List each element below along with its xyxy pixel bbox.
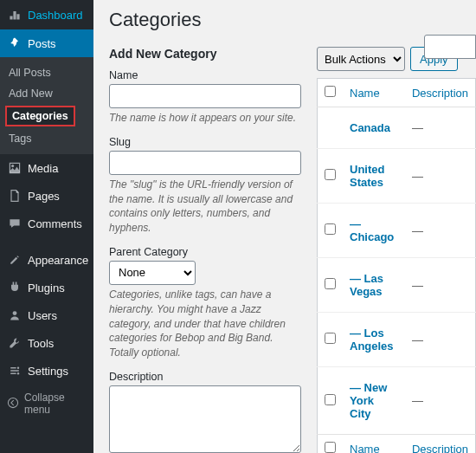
svg-point-3 [17, 372, 19, 374]
table-row: — Los Angeles— [318, 313, 476, 367]
nav-label: Plugins [28, 282, 65, 294]
name-input[interactable] [109, 84, 301, 108]
col-name-footer[interactable]: Name [343, 435, 405, 454]
media-icon [7, 160, 23, 176]
parent-select[interactable]: None [109, 261, 196, 285]
add-category-form: Add New Category Name The name is how it… [109, 47, 301, 453]
categories-table: Name Description Canada—United States—— … [317, 78, 476, 453]
nav-posts[interactable]: Posts [0, 29, 93, 57]
table-row: — Las Vegas— [318, 258, 476, 313]
parent-label: Parent Category [109, 246, 301, 258]
bulk-actions-select-top[interactable]: Bulk Actions [317, 47, 405, 71]
category-description: — [405, 149, 476, 204]
tools-icon [7, 335, 23, 351]
col-desc-footer[interactable]: Description [405, 435, 476, 454]
sub-categories[interactable]: Categories [5, 106, 75, 126]
category-description: — [405, 258, 476, 313]
pages-icon [7, 188, 23, 204]
row-checkbox[interactable] [325, 169, 336, 180]
settings-icon [7, 363, 23, 379]
table-row: — New York City— [318, 367, 476, 435]
nav-dashboard[interactable]: Dashboard [0, 0, 93, 29]
posts-submenu: All Posts Add New Categories Tags [0, 57, 93, 154]
admin-sidebar: Dashboard Posts All Posts Add New Catego… [0, 0, 93, 453]
select-all-top[interactable] [325, 86, 336, 97]
parent-help: Categories, unlike tags, can have a hier… [109, 288, 301, 360]
svg-point-1 [13, 311, 17, 315]
nav-label: Users [28, 309, 57, 322]
dashboard-icon [7, 7, 23, 23]
nav-label: Settings [28, 365, 68, 378]
plugins-icon [7, 280, 23, 295]
nav-label: Media [28, 162, 58, 175]
nav-media[interactable]: Media [0, 154, 93, 182]
category-link[interactable]: United States [350, 163, 384, 189]
users-icon [7, 307, 23, 323]
row-checkbox[interactable] [325, 333, 336, 344]
slug-help: The "slug" is the URL-friendly version o… [109, 178, 301, 236]
row-checkbox[interactable] [325, 278, 336, 289]
nav-comments[interactable]: Comments [0, 210, 93, 237]
search-input[interactable] [424, 35, 476, 59]
category-description: — [405, 107, 476, 149]
search-wrap [424, 35, 476, 59]
name-label: Name [109, 69, 301, 81]
collapse-icon [7, 397, 19, 411]
description-textarea[interactable] [109, 385, 301, 453]
main-content: Categories Add New Category Name The nam… [93, 0, 476, 453]
nav-label: Posts [28, 37, 56, 50]
form-heading: Add New Category [109, 47, 301, 61]
nav-label: Tools [28, 337, 54, 350]
nav-label: Dashboard [28, 9, 83, 22]
sub-tags[interactable]: Tags [0, 128, 93, 149]
category-description: — [405, 204, 476, 258]
svg-point-0 [11, 165, 14, 167]
category-link[interactable]: — Los Angeles [350, 327, 394, 353]
comments-icon [7, 216, 23, 231]
collapse-label: Collapse menu [24, 392, 87, 416]
slug-input[interactable] [109, 151, 301, 175]
table-row: Canada— [318, 107, 476, 149]
nav-label: Pages [28, 190, 60, 203]
col-desc-header[interactable]: Description [405, 79, 476, 107]
slug-label: Slug [109, 136, 301, 148]
svg-point-4 [8, 398, 17, 407]
nav-plugins[interactable]: Plugins [0, 274, 93, 301]
table-row: — Chicago— [318, 204, 476, 258]
description-label: Description [109, 371, 301, 383]
col-name-header[interactable]: Name [343, 79, 405, 107]
nav-appearance[interactable]: Appearance [0, 246, 93, 274]
nav-label: Appearance [28, 254, 88, 267]
appearance-icon [7, 252, 23, 268]
pin-icon [7, 36, 23, 51]
category-description: — [405, 367, 476, 435]
nav-users[interactable]: Users [0, 301, 93, 329]
category-description: — [405, 313, 476, 367]
row-checkbox[interactable] [325, 394, 336, 405]
page-title: Categories [109, 9, 476, 31]
nav-settings[interactable]: Settings [0, 357, 93, 385]
sub-all-posts[interactable]: All Posts [0, 62, 93, 83]
category-link[interactable]: — New York City [350, 381, 387, 420]
row-checkbox[interactable] [325, 223, 336, 235]
sub-add-new[interactable]: Add New [0, 83, 93, 104]
categories-list-panel: Bulk Actions Apply Name Description Cana… [317, 47, 476, 453]
category-link[interactable]: — Las Vegas [350, 272, 383, 298]
select-all-bottom[interactable] [325, 442, 336, 453]
nav-pages[interactable]: Pages [0, 182, 93, 210]
table-row: United States— [318, 149, 476, 204]
svg-point-2 [17, 367, 19, 369]
nav-tools[interactable]: Tools [0, 329, 93, 357]
category-link[interactable]: Canada [350, 121, 390, 134]
collapse-menu[interactable]: Collapse menu [0, 385, 93, 423]
nav-label: Comments [28, 217, 82, 230]
name-help: The name is how it appears on your site. [109, 111, 301, 126]
category-link[interactable]: — Chicago [350, 217, 394, 243]
